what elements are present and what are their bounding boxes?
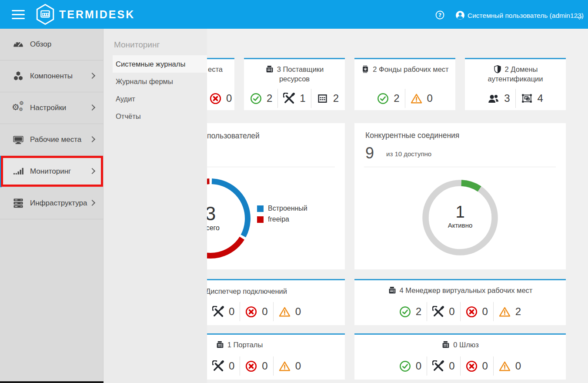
stat-ok: 2: [377, 92, 399, 104]
legend-swatch-blue: [257, 205, 264, 212]
warning-icon: [279, 360, 291, 372]
sidebar-item-components[interactable]: Компоненты: [0, 60, 103, 92]
card-workplace-pools-title: 2 Фонды рабочих мест: [354, 64, 455, 74]
divider: [493, 302, 494, 321]
card-vdi-manager-title: 4 Менеджер виртуальных рабочих мест: [354, 286, 566, 295]
card-resource-providers: 3 Поставщики ресурсов 2 1 2: [244, 58, 345, 110]
stat-templates: 2: [317, 92, 339, 104]
divider: [427, 356, 427, 376]
server-icon: [441, 340, 450, 349]
x-circle-icon: [466, 360, 478, 372]
divider: [364, 167, 556, 167]
tools-icon: [212, 306, 224, 318]
bar-chart-icon: [12, 166, 25, 177]
sidebar-item-overview[interactable]: Обзор: [0, 29, 103, 60]
stat-value: 0: [226, 92, 232, 104]
server-icon: [388, 286, 397, 295]
sidebar-item-monitoring[interactable]: Мониторинг: [0, 156, 103, 188]
concurrent-subtitle: из 10 доступно: [386, 150, 431, 158]
divider: [405, 89, 405, 108]
divider: [427, 302, 427, 321]
x-circle-icon: [466, 306, 478, 318]
users-icon: [488, 93, 499, 104]
x-circle-icon: [210, 93, 221, 104]
x-circle-icon: [245, 360, 257, 372]
chevron-right-icon: [89, 136, 95, 142]
cubes-icon: [12, 71, 25, 81]
user-circle-icon: [455, 10, 465, 22]
legend-item: freeipa: [257, 215, 307, 224]
card-concurrent-title: Конкурентные соединения: [365, 131, 459, 140]
monitoring-submenu: Мониторинг Системные журналы Журналы фер…: [104, 29, 207, 383]
stat-groups: 4: [521, 92, 543, 104]
sidebar-item-settings[interactable]: ⚙⚙⚙ Настройки: [0, 92, 103, 124]
card-gateway-title: 0 Шлюз: [354, 340, 566, 349]
tools-icon: [432, 360, 444, 372]
concurrent-big-value: 9: [365, 144, 374, 162]
users-chart-legend: Встроенный freeipa: [257, 204, 307, 225]
sidebar-bottom-bar: [0, 381, 104, 383]
connections-active-value: 1: [417, 203, 504, 221]
card-resource-providers-stats: 2 1 2: [244, 88, 345, 108]
chevron-right-icon: [89, 104, 95, 111]
card-workplaces-stats: 0: [210, 88, 232, 108]
connections-active-label: Активно: [417, 222, 504, 229]
submenu-item-farm-logs[interactable]: Журналы фермы: [104, 73, 207, 90]
legend-item: Встроенный: [257, 204, 307, 213]
help-icon[interactable]: ?: [435, 10, 444, 21]
stat-ok: 2: [250, 92, 272, 104]
connections-donut-center: 1 Активно: [417, 203, 504, 229]
chip-icon: [361, 65, 370, 74]
card-gateway: 0 Шлюз 0 0 0 0: [354, 333, 566, 380]
server-icon: [216, 340, 224, 349]
stat-warnings: 0: [279, 360, 301, 372]
sidebar-item-workplaces[interactable]: Рабочие места: [0, 124, 103, 156]
stat-errors: 0: [466, 306, 488, 318]
brand-name: TERMIDESK: [59, 8, 135, 21]
submenu-item-audit[interactable]: Аудит: [104, 90, 207, 108]
check-circle-icon: [377, 93, 389, 104]
sidebar-item-label: Мониторинг: [30, 167, 71, 176]
termidesk-logo-icon: [35, 3, 56, 27]
submenu-item-system-logs[interactable]: Системные журналы: [113, 55, 207, 73]
card-users-chart-title-fragment: пользователей: [207, 131, 260, 141]
gears-icon: ⚙⚙⚙: [12, 103, 25, 113]
stat-maintenance: 0: [432, 360, 454, 372]
sidebar-item-label: Обзор: [30, 40, 51, 49]
divider: [493, 356, 494, 376]
chevron-right-icon: [89, 200, 95, 206]
warning-icon: [411, 93, 422, 104]
card-auth-domains-stats: 3 4: [465, 88, 566, 108]
card-auth-domains: 2 Домены аутентификации 3 4: [465, 58, 566, 110]
card-resource-providers-title: 3 Поставщики ресурсов: [256, 64, 333, 84]
submenu-item-reports[interactable]: Отчёты: [104, 108, 207, 125]
card-workplace-pools-stats: 2 0: [354, 88, 455, 108]
chevron-right-icon: [89, 73, 95, 79]
hamburger-menu-icon[interactable]: [12, 10, 25, 19]
x-circle-icon: [245, 306, 257, 318]
user-menu[interactable]: Системный пользователь (admin123): [468, 12, 584, 20]
divider: [311, 89, 311, 108]
divider: [515, 89, 516, 108]
sidebar-item-infrastructure[interactable]: Инфраструктура: [0, 188, 103, 219]
tools-icon: [212, 360, 224, 372]
divider: [240, 302, 240, 321]
topbar: TERMIDESK ? Системный пользователь (admi…: [0, 0, 588, 29]
stat-warnings: 0: [411, 92, 433, 104]
stat-ok: 2: [399, 306, 421, 318]
legend-swatch-red: [257, 216, 264, 223]
divider: [273, 302, 274, 321]
divider: [240, 356, 240, 376]
chevron-right-icon: [89, 168, 95, 174]
stat-errors: 0: [245, 360, 267, 372]
warning-icon: [499, 360, 511, 372]
server-icon: [265, 65, 274, 74]
sidebar-item-label: Настройки: [30, 104, 66, 112]
gauge-icon: [12, 39, 25, 50]
sidebar: Обзор Компоненты ⚙⚙⚙ Настройки: [0, 29, 104, 383]
stat-ok: 0: [399, 360, 421, 372]
divider: [460, 356, 461, 376]
stat-errors: 0: [210, 92, 232, 104]
check-circle-icon: [399, 360, 411, 372]
card-workplaces-title-fragment: еста: [208, 64, 223, 74]
